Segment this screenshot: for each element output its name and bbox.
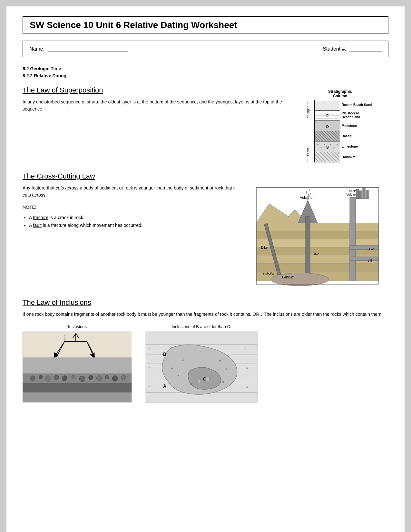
layer-recent-beach-sand xyxy=(315,100,340,111)
fracture-term: fracture xyxy=(33,215,48,220)
svg-text:x: x xyxy=(171,365,173,369)
superposition-section: The Law of Superposition In any undistur… xyxy=(23,86,388,162)
younger-label: Younger xyxy=(306,106,310,118)
svg-rect-64 xyxy=(23,383,132,393)
svg-point-10 xyxy=(324,144,325,145)
layer-limestone: B xyxy=(315,141,340,152)
strat-wrapper: ↑ Younger Older ↓ xyxy=(303,100,377,162)
svg-rect-65 xyxy=(23,392,132,402)
layer-dolomite xyxy=(315,152,340,162)
svg-text:neck: neck xyxy=(349,189,356,193)
diagram1-label: Inclusions xyxy=(68,324,87,329)
svg-text:Volcano: Volcano xyxy=(300,196,312,199)
label-basalt: Basalt xyxy=(342,131,377,141)
svg-point-54 xyxy=(45,376,51,382)
label-recent-beach-sand: Recent Beach Sand xyxy=(342,100,377,110)
svg-point-57 xyxy=(72,375,75,379)
svg-rect-50 xyxy=(23,357,132,373)
svg-text:D: D xyxy=(326,125,329,129)
cross-cutting-section: The Cross-Cutting Law Any feature that c… xyxy=(23,172,388,289)
cross-cutting-text: Any feature that cuts across a body of s… xyxy=(23,184,237,229)
svg-rect-18 xyxy=(256,231,379,239)
superposition-text: In any undisturbed sequence of strata, t… xyxy=(23,98,285,113)
svg-point-58 xyxy=(79,376,85,382)
svg-point-14 xyxy=(337,144,338,145)
student-input-line[interactable] xyxy=(349,46,382,52)
cross-cutting-diagram: Volcano Dike Dike Batholith xyxy=(243,184,388,289)
student-line: Student #: xyxy=(323,46,382,52)
svg-text:C: C xyxy=(203,376,206,382)
svg-text:A: A xyxy=(163,384,166,389)
svg-text:Dike: Dike xyxy=(261,246,268,249)
svg-point-53 xyxy=(39,375,43,379)
svg-text:x: x xyxy=(222,380,224,384)
inclusions-diagrams: Inclusions xyxy=(23,324,388,402)
name-label: Name: xyxy=(29,46,44,52)
inclusions-text: If one rock body contains fragments of a… xyxy=(23,311,388,318)
fault-term: fault xyxy=(33,223,41,228)
svg-rect-30 xyxy=(306,217,310,281)
cross-cutting-svg: Volcano Dike Dike Batholith xyxy=(243,184,392,287)
svg-point-12 xyxy=(330,144,331,145)
inclusions-diagram2: x x x x x x x B A C xyxy=(145,332,258,402)
page-title: SW Science 10 Unit 6 Relative Dating Wor… xyxy=(30,20,381,30)
name-line: Name: xyxy=(29,46,128,52)
svg-point-56 xyxy=(62,376,67,381)
header-box: SW Science 10 Unit 6 Relative Dating Wor… xyxy=(23,16,388,34)
svg-text:Batholith: Batholith xyxy=(263,272,274,275)
diagram2-container: Inclusions of B are older than C. xyxy=(145,324,258,402)
svg-rect-37 xyxy=(350,197,356,281)
svg-text:x: x xyxy=(182,357,184,361)
label-limestone: Limestone xyxy=(342,141,377,152)
svg-rect-46 xyxy=(350,257,379,261)
svg-text:x: x xyxy=(149,385,151,389)
svg-text:Sill: Sill xyxy=(367,259,372,262)
svg-point-9 xyxy=(320,147,322,149)
cross-cutting-content: Any feature that cuts across a body of s… xyxy=(23,184,388,289)
svg-text:x: x xyxy=(246,385,248,389)
svg-text:E: E xyxy=(326,114,328,118)
note-label: NOTE: xyxy=(23,204,237,211)
info-box: Name: Student #: xyxy=(23,41,388,57)
section-label: 6.2 Geologic Time 6.2.2 Relative Dating xyxy=(23,65,388,80)
svg-point-62 xyxy=(112,376,118,382)
svg-rect-44 xyxy=(350,246,379,249)
cross-cutting-para: Any feature that cuts across a body of s… xyxy=(23,184,237,199)
svg-point-59 xyxy=(89,375,93,380)
section-label-line2: 6.2.2 Relative Dating xyxy=(23,72,388,79)
svg-text:x: x xyxy=(190,382,192,385)
svg-point-60 xyxy=(96,376,102,381)
svg-text:x: x xyxy=(225,367,227,371)
layer-basalt: C xyxy=(315,131,340,141)
svg-text:C: C xyxy=(326,135,328,139)
svg-point-55 xyxy=(54,375,59,380)
svg-point-8 xyxy=(317,144,318,145)
svg-text:x: x xyxy=(245,347,246,350)
svg-rect-42 xyxy=(363,188,365,199)
svg-rect-17 xyxy=(256,223,379,231)
label-pleistocene: PleistoceneBeach Sand xyxy=(342,110,377,121)
svg-text:Batholith: Batholith xyxy=(282,276,295,279)
svg-text:x: x xyxy=(149,347,151,350)
student-label: Student #: xyxy=(323,46,346,52)
svg-text:Dike: Dike xyxy=(367,247,374,251)
label-dolomite: Dolomite xyxy=(342,152,377,162)
page: SW Science 10 Unit 6 Relative Dating Wor… xyxy=(6,6,405,532)
label-mudstone: Mudstone xyxy=(342,121,377,131)
strat-arrow-col: ↑ Younger Older ↓ xyxy=(303,100,313,162)
svg-point-52 xyxy=(30,376,35,381)
svg-rect-22 xyxy=(256,263,379,271)
older-label: Older xyxy=(306,148,310,156)
svg-text:x: x xyxy=(246,366,248,369)
superposition-text-area: The Law of Superposition In any undistur… xyxy=(23,86,285,162)
strat-layers: E D C xyxy=(314,100,340,162)
diagram2-label: Inclusions of B are older than C. xyxy=(172,324,231,329)
inclusions-diagram1 xyxy=(23,332,132,402)
name-input-line[interactable] xyxy=(48,46,128,52)
svg-point-34 xyxy=(271,273,329,286)
section-label-line1: 6.2 Geologic Time xyxy=(23,65,388,72)
svg-text:x: x xyxy=(149,366,151,369)
svg-text:Dike: Dike xyxy=(313,252,319,256)
svg-point-13 xyxy=(333,147,335,149)
svg-text:x: x xyxy=(219,359,221,363)
